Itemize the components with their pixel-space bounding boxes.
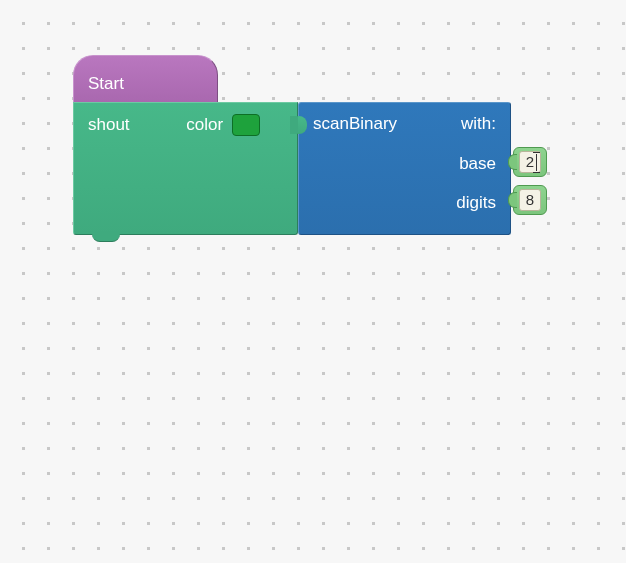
digits-value-block[interactable]: 8 (513, 185, 547, 215)
text-cursor-icon (536, 154, 537, 171)
color-swatch-input[interactable] (232, 114, 260, 136)
param-base-label: base (313, 148, 496, 180)
shout-block[interactable]: shout color (73, 102, 298, 235)
scanbinary-name: scanBinary (313, 114, 397, 134)
start-label: Start (88, 74, 124, 93)
base-value-block[interactable]: 2 (513, 147, 547, 177)
base-value-text: 2 (526, 153, 534, 170)
digits-value-text: 8 (526, 191, 534, 208)
color-param-label: color (186, 115, 223, 135)
scanbinary-with-label: with: (461, 114, 496, 134)
base-input[interactable]: 2 (519, 151, 541, 173)
start-hat-block[interactable]: Start (73, 55, 218, 102)
param-digits-label: digits (313, 187, 496, 219)
block-workspace[interactable]: Start shout color scanBinary with: base … (73, 55, 511, 235)
scanbinary-block[interactable]: scanBinary with: base digits (298, 102, 511, 235)
block-connector-bottom (92, 232, 120, 242)
shout-label: shout (88, 115, 130, 135)
digits-input[interactable]: 8 (519, 189, 541, 211)
